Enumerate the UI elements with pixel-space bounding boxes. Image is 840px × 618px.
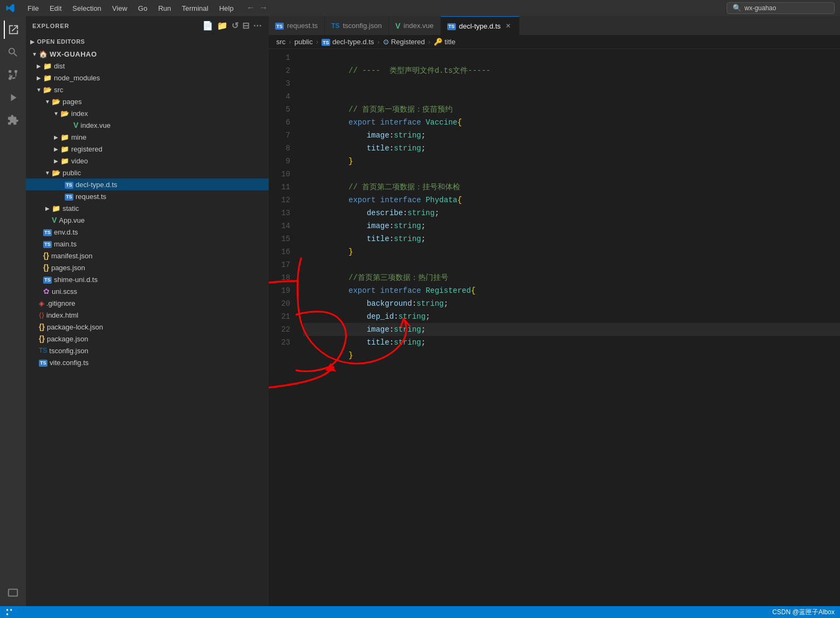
breadcrumb-public[interactable]: public	[295, 38, 313, 46]
breadcrumb-circle-icon: ⊙	[383, 38, 389, 46]
tree-item-decl-type[interactable]: ▶ TS decl-type.d.ts	[26, 178, 269, 190]
back-button[interactable]: ←	[246, 3, 256, 13]
tab-tsconfig-json[interactable]: TS tsconfig.json	[325, 16, 389, 35]
tree-item-package-json[interactable]: ▶ {} package.json	[26, 333, 269, 345]
new-file-icon[interactable]: 📄	[202, 20, 214, 31]
tree-item-vite-config[interactable]: ▶ TS vite.config.ts	[26, 356, 269, 368]
tree-item-package-lock[interactable]: ▶ {} package-lock.json	[26, 321, 269, 333]
menu-bar: File Edit Selection View Go Run Terminal…	[23, 3, 238, 13]
json-icon: {}	[39, 334, 45, 343]
json-icon: {}	[43, 263, 49, 272]
json-icon: {}	[43, 251, 49, 260]
tree-item-static[interactable]: ▶ 📁 static	[26, 202, 269, 214]
menu-go[interactable]: Go	[134, 3, 152, 13]
status-branch	[5, 608, 13, 616]
menu-run[interactable]: Run	[154, 3, 175, 13]
menu-edit[interactable]: Edit	[45, 3, 66, 13]
tab-request-ts[interactable]: TS request.ts	[269, 16, 325, 35]
folder-icon: 📁	[60, 157, 69, 165]
tree-item-dist[interactable]: ▶ 📁 dist	[26, 60, 269, 72]
ts-icon: TS	[43, 239, 52, 248]
tree-item-mine[interactable]: ▶ 📁 mine	[26, 131, 269, 143]
more-actions-icon[interactable]: ⋯	[253, 20, 262, 31]
menu-file[interactable]: File	[23, 3, 43, 13]
open-editors-header[interactable]: ▶ OPEN EDITORS	[26, 35, 269, 48]
tab-index-vue[interactable]: V index.vue	[389, 16, 441, 35]
menu-selection[interactable]: Selection	[68, 3, 105, 13]
title-bar: File Edit Selection View Go Run Terminal…	[0, 0, 840, 16]
menu-view[interactable]: View	[108, 3, 132, 13]
tree-item-env-dts[interactable]: ▶ TS env.d.ts	[26, 226, 269, 238]
tree-item-video[interactable]: ▶ 📁 video	[26, 155, 269, 167]
search-text: wx-guahao	[745, 4, 776, 12]
code-content[interactable]: // ---- 类型声明文件d.ts文件----- // 首页第一项数据：疫苗预…	[296, 49, 840, 606]
tab-close-button[interactable]: ✕	[504, 22, 513, 30]
tree-item-gitignore[interactable]: ▶ ◈ .gitignore	[26, 297, 269, 309]
tree-item-registered[interactable]: ▶ 📁 registered	[26, 143, 269, 155]
tree-item-manifest-json[interactable]: ▶ {} manifest.json	[26, 250, 269, 262]
folder-icon: 📁	[43, 74, 52, 82]
breadcrumb-title[interactable]: title	[445, 38, 455, 46]
folder-open-icon: 📂	[52, 169, 60, 177]
activity-source-control[interactable]	[4, 66, 22, 84]
breadcrumb-registered[interactable]: Registered	[391, 38, 425, 46]
refresh-icon[interactable]: ↺	[231, 20, 239, 31]
folder-icon: 📁	[60, 133, 69, 141]
tree-item-uni-scss[interactable]: ▶ ✿ uni.scss	[26, 285, 269, 297]
json-icon: TS	[39, 347, 47, 354]
ts-icon: TS	[43, 275, 52, 284]
workspace-root[interactable]: ▼ 🏠 WX-GUAHAO	[26, 48, 269, 60]
activity-explorer[interactable]	[4, 20, 22, 39]
file-tree: ▶ OPEN EDITORS ▼ 🏠 WX-GUAHAO ▶ 📁 dist ▶ …	[26, 35, 269, 606]
tree-item-main-ts[interactable]: ▶ TS main.ts	[26, 238, 269, 250]
code-line-1: // ---- 类型声明文件d.ts文件-----	[303, 51, 840, 64]
tree-item-pages-json[interactable]: ▶ {} pages.json	[26, 262, 269, 273]
tab-decl-type-dts[interactable]: TS decl-type.d.ts ✕	[441, 16, 520, 35]
git-icon: ◈	[39, 299, 44, 307]
tree-item-shime-uni[interactable]: ▶ TS shime-uni.d.ts	[26, 273, 269, 285]
ts-icon: TS	[39, 358, 47, 367]
activity-run-debug[interactable]	[4, 88, 22, 107]
json-icon: TS	[331, 22, 339, 30]
expand-arrow: ▼	[30, 50, 39, 58]
tree-item-public[interactable]: ▼ 📂 public	[26, 167, 269, 178]
workspace-icon: 🏠	[39, 50, 47, 58]
tree-item-index-vue[interactable]: ▶ V index.vue	[26, 119, 269, 131]
breadcrumb-src[interactable]: src	[276, 38, 285, 46]
menu-help[interactable]: Help	[215, 3, 238, 13]
search-box[interactable]: 🔍 wx-guahao	[727, 2, 835, 14]
tree-item-app-vue[interactable]: ▶ V App.vue	[26, 214, 269, 226]
status-bar: CSDN @蓝匣子Albox	[0, 606, 840, 618]
tree-item-index-folder[interactable]: ▼ 📂 index	[26, 107, 269, 119]
menu-terminal[interactable]: Terminal	[177, 3, 213, 13]
sidebar-header: EXPLORER 📄 📁 ↺ ⊟ ⋯	[26, 16, 269, 35]
new-folder-icon[interactable]: 📁	[217, 20, 228, 31]
scss-icon: ✿	[43, 287, 50, 296]
breadcrumb-decl-type[interactable]: decl-type.d.ts	[332, 38, 374, 46]
folder-open-icon: 📂	[43, 86, 52, 94]
tree-item-request-ts[interactable]: ▶ TS request.ts	[26, 190, 269, 202]
folder-open-icon: 📂	[60, 109, 69, 118]
collapse-icon[interactable]: ⊟	[242, 20, 250, 31]
code-line-9	[303, 155, 840, 168]
code-line-3	[303, 77, 840, 90]
ts-icon: TS	[43, 228, 52, 236]
code-line-10: // 首页第二项数据：挂号和体检	[303, 168, 840, 181]
line-numbers: 1 2 3 4 5 6 7 8 9 10 11 12 13 14 15 16 1…	[269, 49, 296, 606]
activity-extensions[interactable]	[4, 111, 22, 129]
csdn-attribution: CSDN @蓝匣子Albox	[772, 608, 835, 617]
tree-item-node-modules[interactable]: ▶ 📁 node_modules	[26, 72, 269, 84]
ts-icon: TS	[65, 192, 73, 201]
code-line-16	[303, 245, 840, 258]
tree-item-pages[interactable]: ▼ 📂 pages	[26, 95, 269, 107]
ts-icon: TS	[447, 22, 456, 30]
activity-search[interactable]	[4, 43, 22, 61]
tree-item-tsconfig[interactable]: ▶ TS tsconfig.json	[26, 345, 269, 356]
tree-item-index-html[interactable]: ▶ ⟨⟩ index.html	[26, 309, 269, 321]
activity-remote[interactable]	[4, 583, 22, 602]
forward-button[interactable]: →	[258, 3, 268, 13]
code-line-4: // 首页第一项数据：疫苗预约	[303, 90, 840, 103]
breadcrumb: src › public › TS decl-type.d.ts › ⊙ Reg…	[269, 35, 840, 49]
folder-icon: 📁	[52, 204, 60, 212]
tree-item-src[interactable]: ▼ 📂 src	[26, 84, 269, 95]
